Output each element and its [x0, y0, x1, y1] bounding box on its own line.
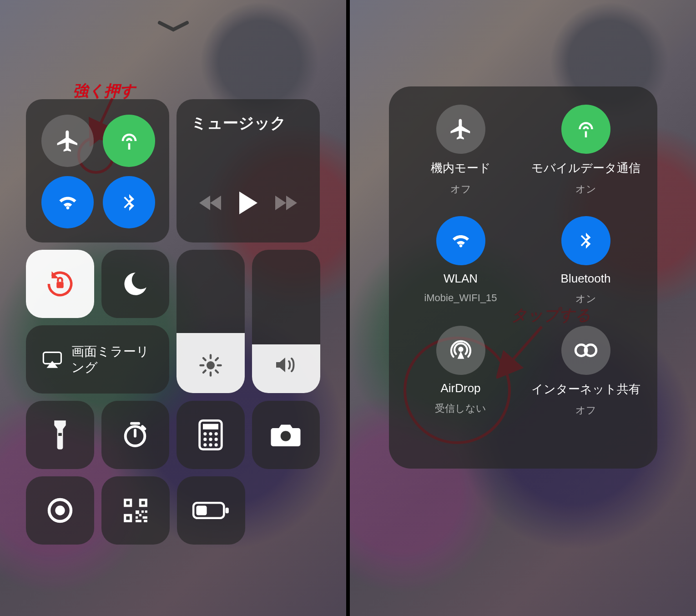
svg-point-24 [203, 443, 207, 446]
flashlight-icon [50, 419, 70, 451]
wifi-title: WLAN [444, 272, 478, 286]
svg-rect-35 [145, 510, 147, 513]
screen-mirroring-label: 画面ミラーリング [71, 343, 153, 375]
hotspot-item[interactable]: インターネット共有 オフ [528, 326, 644, 417]
timer-button[interactable] [101, 401, 170, 469]
svg-rect-42 [141, 501, 145, 505]
connectivity-tile[interactable] [26, 99, 169, 242]
svg-rect-33 [136, 510, 139, 514]
bluetooth-item[interactable]: Bluetooth オン [528, 216, 644, 306]
airplane-mode-item[interactable]: 機内モード オフ [403, 105, 519, 196]
cellular-data-title: モバイルデータ通信 [531, 160, 641, 176]
svg-line-7 [203, 358, 206, 360]
svg-point-26 [214, 443, 217, 446]
svg-point-21 [203, 438, 207, 441]
svg-point-27 [281, 431, 291, 441]
svg-line-15 [142, 426, 145, 429]
svg-point-22 [209, 438, 212, 441]
timer-icon [121, 420, 150, 449]
hotspot-icon [572, 341, 600, 359]
wifi-icon [55, 190, 81, 215]
airplane-icon [55, 128, 81, 154]
music-tile[interactable]: ミュージック [177, 99, 320, 242]
forward-icon [273, 194, 298, 212]
bluetooth-icon [119, 190, 139, 215]
flashlight-button[interactable] [26, 401, 94, 469]
volume-slider[interactable] [252, 250, 320, 393]
volume-icon [273, 354, 299, 376]
svg-point-20 [214, 432, 217, 435]
screen-control-center: 強く押す [0, 0, 346, 616]
cellular-data-toggle[interactable] [103, 115, 155, 167]
low-power-mode-toggle[interactable] [177, 476, 245, 545]
calculator-button[interactable] [177, 401, 245, 469]
screen-connectivity-expanded: タップする 機内モード オフ モバイルデータ通信 [350, 0, 696, 616]
svg-rect-17 [203, 424, 218, 429]
rewind-icon [198, 194, 223, 212]
svg-rect-34 [141, 510, 144, 513]
brightness-slider[interactable] [177, 250, 245, 393]
play-icon [237, 191, 258, 215]
screen-record-button[interactable] [26, 476, 94, 545]
svg-line-10 [216, 358, 218, 360]
airdrop-status: 受信しない [435, 402, 486, 415]
wifi-network-name: iMobie_WIFI_15 [424, 292, 497, 304]
svg-rect-41 [126, 501, 130, 505]
svg-point-23 [214, 438, 217, 441]
screen-mirroring-tile[interactable]: 画面ミラーリング [26, 325, 169, 394]
record-icon [45, 496, 75, 525]
next-track-button[interactable] [273, 194, 298, 212]
svg-rect-43 [126, 516, 130, 520]
orientation-lock-toggle[interactable] [26, 250, 94, 318]
svg-rect-11 [58, 433, 62, 436]
svg-rect-40 [144, 520, 147, 522]
airdrop-icon [448, 338, 474, 363]
svg-point-18 [203, 432, 207, 435]
battery-icon [192, 500, 230, 520]
bluetooth-title: Bluetooth [561, 272, 611, 286]
brightness-icon [198, 353, 223, 378]
svg-rect-38 [143, 516, 147, 519]
svg-point-47 [458, 347, 463, 352]
hotspot-status: オフ [575, 404, 596, 417]
hotspot-title: インターネット共有 [531, 381, 641, 397]
previous-track-button[interactable] [198, 194, 223, 212]
calculator-icon [198, 419, 223, 450]
cellular-data-item[interactable]: モバイルデータ通信 オン [528, 105, 644, 196]
connectivity-expanded-panel: 機内モード オフ モバイルデータ通信 オン WLAN iMobie_WIFI_1… [389, 86, 657, 469]
svg-line-9 [203, 370, 206, 373]
wifi-toggle[interactable] [41, 176, 94, 228]
airdrop-title: AirDrop [440, 381, 480, 395]
airplay-icon [42, 348, 62, 370]
airplane-mode-toggle[interactable] [41, 115, 94, 167]
svg-rect-39 [136, 520, 141, 522]
svg-point-25 [209, 443, 212, 446]
wifi-item[interactable]: WLAN iMobie_WIFI_15 [403, 216, 519, 306]
cellular-icon [116, 128, 142, 154]
cellular-icon [574, 117, 598, 141]
bluetooth-toggle[interactable] [103, 176, 155, 228]
bluetooth-icon [576, 228, 595, 253]
music-title: ミュージック [191, 113, 305, 134]
qr-icon [121, 496, 150, 525]
svg-rect-36 [136, 516, 138, 519]
camera-button[interactable] [252, 401, 320, 469]
svg-rect-46 [196, 506, 207, 515]
cellular-data-status: オン [575, 182, 596, 196]
svg-line-8 [216, 370, 218, 373]
moon-icon [120, 269, 150, 299]
do-not-disturb-toggle[interactable] [101, 250, 170, 318]
dismiss-chevron-icon[interactable] [157, 20, 189, 33]
airplane-icon [449, 117, 473, 141]
airdrop-item[interactable]: AirDrop 受信しない [403, 326, 519, 417]
svg-rect-0 [56, 282, 63, 288]
svg-rect-45 [226, 508, 229, 514]
play-button[interactable] [237, 191, 258, 215]
airplane-mode-title: 機内モード [431, 160, 491, 176]
wifi-icon [449, 228, 473, 253]
svg-point-19 [209, 432, 212, 435]
bluetooth-status: オン [575, 292, 596, 306]
airplane-mode-status: オフ [450, 182, 471, 196]
qr-scanner-button[interactable] [101, 476, 170, 545]
svg-rect-37 [139, 514, 141, 516]
